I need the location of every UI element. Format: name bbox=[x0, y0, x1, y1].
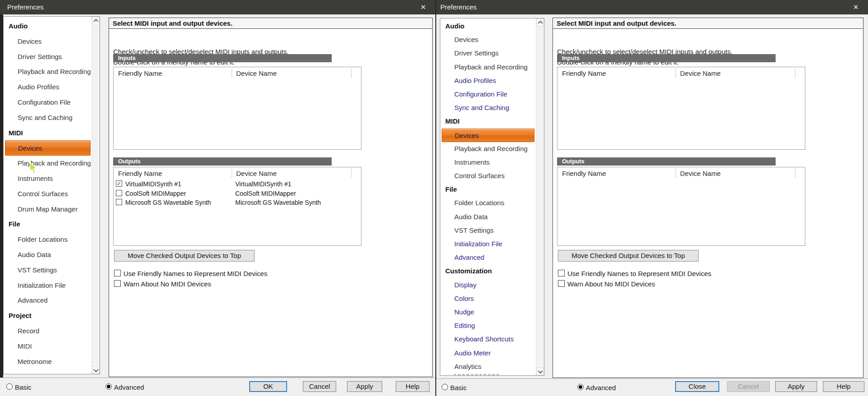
column-header-friendly-name[interactable]: Friendly Name bbox=[562, 69, 606, 77]
sidebar-label: Colors bbox=[454, 295, 474, 302]
help-button[interactable]: Help bbox=[396, 381, 429, 392]
outputs-table[interactable]: Friendly Name Device Name bbox=[557, 167, 805, 246]
sidebar-item-devices[interactable]: Devices bbox=[441, 33, 535, 46]
column-header-friendly-name[interactable]: Friendly Name bbox=[118, 69, 162, 77]
column-header-friendly-name[interactable]: Friendly Name bbox=[118, 170, 162, 177]
sidebar-item-audio-profiles[interactable]: Audio Profiles bbox=[4, 79, 91, 95]
table-row[interactable]: CoolSoft MIDIMapperCoolSoft MIDIMapper bbox=[114, 189, 361, 198]
sidebar-item-playback-and-recording[interactable]: Playback and Recording bbox=[4, 64, 91, 79]
sidebar-item-initialization-file[interactable]: Initialization File bbox=[441, 237, 535, 251]
sidebar-item-configuration-file[interactable]: Configuration File bbox=[4, 95, 91, 110]
cancel-button[interactable]: Cancel bbox=[303, 381, 336, 392]
inputs-table[interactable]: Friendly Name Device Name bbox=[557, 67, 805, 150]
sidebar-item-metronome[interactable]: Metronome bbox=[4, 354, 91, 369]
titlebar[interactable]: Preferences ✕ bbox=[0, 0, 435, 14]
sidebar-item-drum-map-manager[interactable]: Drum Map Manager bbox=[4, 202, 91, 217]
column-header-device-name[interactable]: Device Name bbox=[680, 69, 721, 77]
sidebar-item-playback-and-recording[interactable]: Playback and Recording bbox=[4, 156, 91, 171]
sidebar-item-driver-settings[interactable]: Driver Settings bbox=[4, 49, 91, 64]
apply-button[interactable]: Apply bbox=[775, 381, 817, 392]
table-row[interactable]: Microsoft GS Wavetable SynthMicrosoft GS… bbox=[114, 198, 361, 207]
move-checked-outputs-button[interactable]: Move Checked Output Devices to Top bbox=[114, 250, 255, 262]
sidebar-item-advanced[interactable]: Advanced bbox=[4, 293, 91, 308]
scroll-down-icon[interactable] bbox=[536, 368, 544, 375]
sidebar-item-editing[interactable]: Editing bbox=[441, 319, 535, 332]
row-checkbox[interactable] bbox=[116, 190, 122, 196]
scroll-up-icon[interactable] bbox=[92, 17, 100, 24]
column-header-device-name[interactable]: Device Name bbox=[236, 170, 277, 177]
friendly-names-checkbox[interactable] bbox=[114, 270, 121, 276]
warn-no-midi-checkbox[interactable] bbox=[114, 280, 121, 287]
sidebar-item-folder-locations[interactable]: Folder Locations bbox=[4, 232, 91, 247]
sidebar-item-instruments[interactable]: Instruments bbox=[4, 171, 91, 186]
sidebar-label: Driver Settings bbox=[454, 49, 498, 57]
sidebar-item-devices[interactable]: Devices bbox=[442, 129, 535, 142]
basic-mode-option[interactable]: Basic bbox=[6, 383, 105, 391]
close-icon[interactable]: ✕ bbox=[851, 3, 861, 12]
column-header-device-name[interactable]: Device Name bbox=[680, 170, 721, 177]
sidebar-item-audio-profiles[interactable]: Audio Profiles bbox=[441, 74, 535, 87]
sidebar-label: Instruments bbox=[454, 158, 489, 166]
scroll-up-icon[interactable] bbox=[536, 18, 544, 26]
sidebar-item-advanced[interactable]: Advanced bbox=[441, 251, 535, 264]
column-header-friendly-name[interactable]: Friendly Name bbox=[562, 170, 606, 177]
apply-button[interactable]: Apply bbox=[347, 381, 382, 392]
basic-radio[interactable] bbox=[442, 384, 448, 390]
sidebar-item-midi[interactable]: MIDI bbox=[4, 339, 91, 354]
ok-button[interactable]: OK bbox=[249, 381, 287, 392]
sidebar-item-folder-locations[interactable]: Folder Locations bbox=[441, 196, 535, 210]
sidebar-item-vst-settings[interactable]: VST Settings bbox=[441, 224, 535, 237]
warn-no-midi-checkbox[interactable] bbox=[558, 280, 565, 287]
sidebar-item-control-surfaces[interactable]: Control Surfaces bbox=[4, 186, 91, 202]
close-button[interactable]: Close bbox=[675, 381, 719, 392]
row-checkbox[interactable] bbox=[116, 199, 122, 205]
inputs-section-bar: Inputs bbox=[557, 54, 776, 62]
sidebar-label: Keyboard Shortcuts bbox=[454, 335, 514, 343]
sidebar-item-audio-data[interactable]: Audio Data bbox=[4, 247, 91, 262]
sidebar-item-record[interactable]: Record bbox=[4, 323, 91, 339]
sidebar-item-vst-settings[interactable]: VST Settings bbox=[4, 262, 91, 278]
sidebar-item-audio-meter[interactable]: Audio Meter bbox=[441, 346, 535, 360]
friendly-names-checkbox[interactable] bbox=[558, 270, 565, 276]
advanced-mode-option[interactable]: Advanced bbox=[105, 383, 205, 391]
sidebar-item-driver-settings[interactable]: Driver Settings bbox=[441, 46, 535, 60]
sidebar-scrollbar[interactable] bbox=[536, 18, 544, 375]
sidebar-item-analytics[interactable]: Analytics bbox=[441, 360, 535, 373]
sidebar-section-midi: MIDI bbox=[441, 115, 535, 128]
panel-title: Select MIDI input and output devices. bbox=[109, 18, 432, 29]
outputs-table[interactable]: Friendly Name Device Name ✓VirtualMIDISy… bbox=[113, 167, 361, 246]
row-checkbox[interactable]: ✓ bbox=[116, 180, 122, 187]
sidebar-label: Analytics bbox=[454, 363, 481, 370]
basic-radio[interactable] bbox=[6, 383, 13, 390]
basic-mode-option[interactable]: Basic bbox=[442, 384, 541, 391]
sidebar-item-sync-and-caching[interactable]: Sync and Caching bbox=[441, 101, 535, 115]
sidebar-item-audio-data[interactable]: Audio Data bbox=[441, 210, 535, 224]
sidebar-item-nudge[interactable]: Nudge bbox=[441, 305, 535, 319]
sidebar-item-colors[interactable]: Colors bbox=[441, 292, 535, 305]
sidebar-item-keyboard-shortcuts[interactable]: Keyboard Shortcuts bbox=[441, 332, 535, 346]
table-row[interactable]: ✓VirtualMIDISynth #1VirtualMIDISynth #1 bbox=[114, 180, 361, 189]
sidebar-item-sync-and-caching[interactable]: Sync and Caching bbox=[4, 110, 91, 125]
move-checked-outputs-button[interactable]: Move Checked Output Devices to Top bbox=[558, 250, 699, 262]
advanced-mode-option[interactable]: Advanced bbox=[577, 384, 676, 391]
column-header-device-name[interactable]: Device Name bbox=[236, 69, 277, 77]
advanced-radio[interactable] bbox=[577, 384, 584, 390]
sidebar-item-instruments[interactable]: Instruments bbox=[441, 156, 535, 169]
sidebar-item-initialization-file[interactable]: Initialization File bbox=[4, 278, 91, 293]
scroll-down-icon[interactable] bbox=[92, 366, 100, 374]
outputs-section-bar: Outputs bbox=[113, 157, 332, 166]
sidebar-item-configuration-file[interactable]: Configuration File bbox=[441, 87, 535, 101]
advanced-radio[interactable] bbox=[105, 383, 112, 390]
inputs-table[interactable]: Friendly Name Device Name bbox=[113, 67, 361, 150]
sidebar-item-display[interactable]: Display bbox=[441, 278, 535, 292]
preferences-dialog-left: Preferences ✕ AudioDevicesDriver Setting… bbox=[0, 0, 435, 396]
help-button[interactable]: Help bbox=[823, 381, 864, 392]
titlebar[interactable]: Preferences ✕ bbox=[436, 0, 868, 14]
sidebar-item-devices[interactable]: Devices bbox=[5, 140, 91, 156]
close-icon[interactable]: ✕ bbox=[418, 3, 428, 12]
sidebar-item-devices[interactable]: Devices bbox=[4, 34, 91, 49]
sidebar-item-control-surfaces[interactable]: Control Surfaces bbox=[441, 169, 535, 183]
sidebar-scrollbar[interactable] bbox=[91, 17, 100, 374]
sidebar-item-playback-and-recording[interactable]: Playback and Recording bbox=[441, 60, 535, 74]
sidebar-item-playback-and-recording[interactable]: Playback and Recording bbox=[441, 142, 535, 156]
